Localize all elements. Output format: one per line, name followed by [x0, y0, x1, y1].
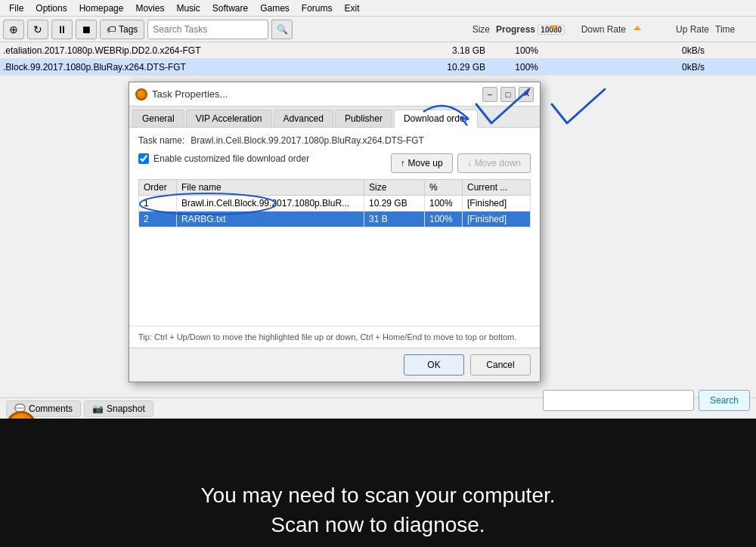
- checkbox-row: Enable customized file download order: [138, 153, 391, 164]
- col-downrate: Down Rate: [564, 24, 632, 35]
- task-size-1: 3.18 GB: [431, 45, 491, 56]
- toolbar: ⊕ ↻ ⏸ ⏹ 🏷 Tags 🔍 Size Progress 10080 Dow…: [0, 17, 756, 42]
- menu-file[interactable]: File: [3, 2, 29, 15]
- tags-label: Tags: [119, 24, 138, 35]
- file-size-1: 10.29 GB: [364, 196, 425, 212]
- dialog-app-icon: [135, 88, 147, 100]
- cancel-button[interactable]: Cancel: [470, 354, 531, 375]
- col-time: Time: [715, 24, 753, 35]
- dialog-tip: Tip: Ctrl + Up/Down to move the highligh…: [129, 326, 540, 348]
- task-name-1: .etaliation.2017.1080p.WEBRip.DD2.0.x264…: [0, 45, 431, 56]
- file-current-1: [Finished]: [463, 196, 531, 212]
- file-name-1: Brawl.in.Cell.Block.99.2017.1080p.BluR..…: [177, 196, 364, 212]
- menu-music[interactable]: Music: [170, 2, 206, 15]
- search-input[interactable]: [147, 20, 268, 39]
- scam-text-block: You may need to scan your computer. Scan…: [0, 481, 756, 539]
- move-down-button[interactable]: ↓ Move down: [457, 153, 531, 173]
- file-row-1[interactable]: 1 Brawl.in.Cell.Block.99.2017.1080p.BluR…: [139, 196, 531, 212]
- bottom-banner: You may need to scan your computer. Scan…: [0, 419, 756, 547]
- task-properties-dialog: Task Properties... − □ ✕ General VIP Acc…: [129, 82, 541, 382]
- task-uprate-2: 0kB/s: [643, 62, 711, 73]
- task-progress-2: 100%: [491, 62, 544, 73]
- file-current-2: [Finished]: [463, 212, 531, 227]
- menu-options[interactable]: Options: [29, 2, 73, 15]
- file-name-2: RARBG.txt: [177, 212, 364, 227]
- dialog-controls: − □ ✕: [482, 87, 534, 102]
- move-up-button[interactable]: ↑ Move up: [391, 153, 453, 173]
- file-size-2: 31 B: [364, 212, 425, 227]
- file-row-2[interactable]: 2 RARBG.txt 31 B 100% [Finished]: [139, 212, 531, 227]
- search-bar-right: Search: [543, 390, 750, 411]
- toolbar-btn-3[interactable]: ⏸: [51, 20, 73, 39]
- svg-marker-0: [550, 26, 558, 30]
- dialog-close-button[interactable]: ✕: [519, 87, 534, 102]
- file-order-1: 1: [139, 196, 177, 212]
- file-table: Order File name Size % Current ... 1 Bra…: [138, 179, 531, 227]
- menu-movies[interactable]: Movies: [129, 2, 170, 15]
- menubar: File Options Homepage Movies Music Softw…: [0, 0, 756, 17]
- task-name-2: .Block.99.2017.1080p.BluRay.x264.DTS-FGT: [0, 62, 431, 73]
- col-uprate: Up Rate: [647, 24, 715, 35]
- task-progress-1: 100%: [491, 45, 544, 56]
- task-uprate-1: 0kB/s: [643, 45, 711, 56]
- menu-software[interactable]: Software: [206, 2, 254, 15]
- snapshot-label: Snapshot: [107, 403, 145, 414]
- task-row-1[interactable]: .etaliation.2017.1080p.WEBRip.DD2.0.x264…: [0, 42, 756, 59]
- task-size-2: 10.29 GB: [431, 62, 491, 73]
- menu-games[interactable]: Games: [254, 2, 296, 15]
- toolbar-btn-2[interactable]: ↻: [27, 20, 48, 39]
- checkbox-label[interactable]: Enable customized file download order: [153, 153, 309, 164]
- tag-icon: 🏷: [107, 24, 116, 35]
- tab-publisher[interactable]: Publisher: [335, 110, 392, 127]
- tab-download-order[interactable]: Download order: [394, 110, 478, 128]
- file-table-header: Order File name Size % Current ...: [139, 180, 531, 196]
- tab-advanced[interactable]: Advanced: [274, 110, 333, 127]
- dialog-body: Task name: Brawl.in.Cell.Block.99.2017.1…: [129, 128, 540, 326]
- move-down-icon: ↓: [467, 158, 472, 168]
- task-name-label: Task name:: [138, 135, 184, 146]
- th-percent: %: [425, 180, 463, 196]
- file-order-2: 2: [139, 212, 177, 227]
- enable-order-checkbox[interactable]: [138, 153, 149, 164]
- task-row-2[interactable]: .Block.99.2017.1080p.BluRay.x264.DTS-FGT…: [0, 59, 756, 76]
- dialog-tabs: General VIP Acceleration Advanced Publis…: [129, 107, 540, 128]
- right-search-input[interactable]: [543, 390, 694, 411]
- dialog-minimize-button[interactable]: −: [482, 87, 497, 102]
- toolbar-btn-1[interactable]: ⊕: [3, 20, 24, 39]
- options-row: ↑ Move up ↓ Move down Enable customized …: [138, 153, 531, 173]
- task-name-value: Brawl.in.Cell.Block.99.2017.1080p.BluRay…: [191, 135, 424, 146]
- empty-space: [138, 227, 531, 318]
- tags-button[interactable]: 🏷 Tags: [100, 20, 144, 39]
- dialog-maximize-button[interactable]: □: [500, 87, 516, 102]
- th-filename: File name: [177, 180, 364, 196]
- th-size: Size: [364, 180, 425, 196]
- tab-vip[interactable]: VIP Acceleration: [186, 110, 272, 127]
- menu-homepage[interactable]: Homepage: [73, 2, 130, 15]
- move-up-icon: ↑: [401, 158, 405, 168]
- menu-exit[interactable]: Exit: [339, 2, 366, 15]
- right-search-button[interactable]: Search: [699, 390, 750, 411]
- dialog-titlebar: Task Properties... − □ ✕: [129, 82, 540, 107]
- dialog-title-left: Task Properties...: [135, 88, 228, 100]
- col-progress: Progress 10080: [496, 24, 549, 35]
- col-size: Size: [435, 24, 496, 35]
- dialog-footer: OK Cancel: [129, 348, 540, 382]
- svg-marker-1: [634, 26, 641, 30]
- scam-line-2: Scan now to diagnose.: [0, 510, 756, 539]
- file-percent-2: 100%: [425, 212, 463, 227]
- tab-general[interactable]: General: [132, 110, 184, 127]
- col-arrow-down: [549, 23, 564, 36]
- menu-forums[interactable]: Forums: [296, 2, 339, 15]
- ok-button[interactable]: OK: [404, 354, 464, 375]
- search-go-button[interactable]: 🔍: [271, 20, 293, 39]
- file-percent-1: 100%: [425, 196, 463, 212]
- col-arrow-up: [632, 23, 647, 36]
- scam-line-1: You may need to scan your computer.: [0, 481, 756, 510]
- th-current: Current ...: [463, 180, 531, 196]
- snapshot-tab[interactable]: 📷 Snapshot: [84, 400, 153, 417]
- toolbar-btn-4[interactable]: ⏹: [76, 20, 97, 39]
- move-buttons: ↑ Move up ↓ Move down: [391, 153, 531, 173]
- th-order: Order: [139, 180, 177, 196]
- dialog-title-text: Task Properties...: [152, 88, 228, 100]
- camera-icon: 📷: [92, 403, 104, 414]
